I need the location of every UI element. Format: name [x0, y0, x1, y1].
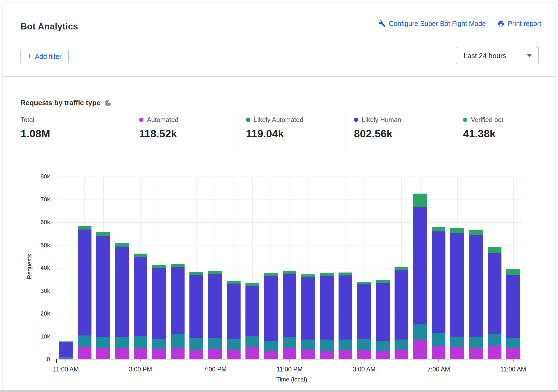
bar-segment-automated[interactable] [469, 348, 483, 359]
bar-segment-automated[interactable] [245, 347, 259, 359]
bar-segment-automated[interactable] [357, 350, 371, 359]
bar-segment-automated[interactable] [96, 348, 110, 359]
bar-segment-likely-automated[interactable] [413, 324, 427, 340]
bar-segment-verified-bot[interactable] [395, 267, 408, 270]
bar-segment-likely-human[interactable] [208, 274, 222, 338]
bar-segment-automated[interactable] [320, 351, 334, 359]
bar-segment-likely-automated[interactable] [115, 337, 129, 348]
bar-segment-likely-human[interactable] [78, 230, 91, 335]
bar-stack[interactable] [450, 228, 464, 359]
bar-segment-likely-automated[interactable] [283, 337, 297, 348]
bar-segment-likely-automated[interactable] [506, 338, 520, 348]
configure-super-bot-fight-mode-link[interactable]: Configure Super Bot Fight Mode [378, 20, 486, 28]
bar-segment-verified-bot[interactable] [320, 273, 334, 276]
bar-segment-verified-bot[interactable] [301, 274, 315, 277]
bar-segment-automated[interactable] [395, 350, 408, 359]
time-range-dropdown[interactable]: Last 24 hours [456, 47, 539, 64]
bar-segment-likely-automated[interactable] [432, 333, 446, 346]
bar-stack[interactable] [376, 280, 390, 359]
bar-stack[interactable] [189, 272, 203, 359]
bar-segment-verified-bot[interactable] [78, 226, 91, 230]
bar-segment-likely-human[interactable] [245, 286, 259, 336]
bar-stack[interactable] [59, 341, 73, 359]
print-report-link[interactable]: Print report [497, 20, 541, 28]
bar-segment-verified-bot[interactable] [96, 232, 110, 236]
bar-stack[interactable] [413, 194, 427, 359]
bar-segment-likely-automated[interactable] [301, 340, 315, 350]
bar-stack[interactable] [432, 227, 446, 359]
bar-segment-likely-human[interactable] [320, 276, 334, 340]
bar-segment-likely-automated[interactable] [189, 338, 203, 350]
bar-segment-automated[interactable] [115, 348, 129, 359]
bar-segment-likely-human[interactable] [189, 275, 203, 338]
bar-segment-automated[interactable] [488, 346, 501, 359]
bar-segment-likely-human[interactable] [432, 231, 446, 333]
bar-segment-likely-human[interactable] [357, 284, 371, 339]
bar-segment-likely-human[interactable] [283, 274, 297, 337]
bar-segment-verified-bot[interactable] [115, 243, 129, 247]
bar-segment-likely-human[interactable] [376, 283, 390, 341]
bar-segment-verified-bot[interactable] [245, 283, 259, 286]
bar-segment-likely-human[interactable] [301, 277, 315, 340]
bar-segment-likely-automated[interactable] [171, 334, 185, 348]
bar-segment-automated[interactable] [227, 350, 241, 359]
bar-segment-verified-bot[interactable] [283, 271, 297, 274]
bar-segment-likely-automated[interactable] [245, 336, 259, 347]
add-filter-button[interactable]: + Add filter [21, 49, 68, 64]
bar-segment-likely-automated[interactable] [450, 337, 464, 347]
bar-segment-likely-human[interactable] [264, 276, 278, 341]
bar-segment-automated[interactable] [59, 358, 73, 359]
bar-segment-likely-human[interactable] [96, 236, 110, 337]
bar-segment-likely-automated[interactable] [469, 337, 483, 348]
bar-segment-automated[interactable] [189, 350, 203, 359]
bar-segment-verified-bot[interactable] [339, 273, 352, 275]
bar-segment-likely-automated[interactable] [152, 339, 166, 349]
bar-segment-verified-bot[interactable] [134, 254, 147, 257]
bar-segment-verified-bot[interactable] [432, 227, 446, 231]
bar-segment-automated[interactable] [339, 350, 352, 359]
bar-segment-automated[interactable] [171, 348, 185, 359]
bar-segment-verified-bot[interactable] [171, 264, 185, 267]
bar-segment-likely-automated[interactable] [395, 340, 408, 350]
bar-segment-verified-bot[interactable] [227, 281, 241, 284]
bar-segment-automated[interactable] [413, 340, 427, 359]
bar-stack[interactable] [283, 271, 297, 359]
bar-segment-likely-automated[interactable] [227, 339, 241, 350]
bar-segment-likely-automated[interactable] [339, 340, 352, 350]
bar-segment-likely-human[interactable] [227, 284, 241, 339]
bar-segment-likely-human[interactable] [488, 253, 501, 334]
bar-segment-likely-human[interactable] [339, 275, 352, 340]
bar-stack[interactable] [96, 232, 110, 359]
bar-segment-verified-bot[interactable] [506, 269, 520, 275]
bar-segment-verified-bot[interactable] [376, 280, 390, 283]
bar-stack[interactable] [152, 265, 166, 359]
bar-stack[interactable] [264, 273, 278, 359]
bar-segment-likely-human[interactable] [59, 342, 73, 357]
bar-segment-likely-automated[interactable] [96, 337, 110, 348]
bar-stack[interactable] [339, 273, 352, 359]
bar-stack[interactable] [245, 283, 259, 359]
bar-stack[interactable] [78, 226, 91, 359]
bar-segment-verified-bot[interactable] [357, 282, 371, 284]
bar-segment-verified-bot[interactable] [450, 228, 464, 233]
bar-segment-likely-human[interactable] [134, 257, 147, 336]
bar-stack[interactable] [469, 230, 483, 359]
bar-stack[interactable] [208, 271, 222, 359]
bar-stack[interactable] [171, 264, 185, 359]
bar-segment-verified-bot[interactable] [469, 230, 483, 235]
bar-stack[interactable] [115, 243, 129, 359]
bar-segment-automated[interactable] [450, 347, 464, 359]
bar-segment-likely-automated[interactable] [78, 335, 91, 347]
bar-stack[interactable] [395, 267, 408, 359]
bar-segment-likely-automated[interactable] [320, 340, 334, 351]
bar-segment-likely-automated[interactable] [488, 334, 501, 346]
bar-stack[interactable] [488, 247, 501, 359]
bar-segment-likely-automated[interactable] [376, 341, 390, 350]
bar-stack[interactable] [320, 273, 334, 359]
bar-segment-automated[interactable] [134, 348, 147, 359]
bar-segment-verified-bot[interactable] [189, 272, 203, 275]
bar-segment-verified-bot[interactable] [264, 273, 278, 276]
bar-segment-verified-bot[interactable] [488, 247, 501, 253]
bar-stack[interactable] [227, 281, 241, 359]
bar-segment-automated[interactable] [78, 347, 91, 359]
